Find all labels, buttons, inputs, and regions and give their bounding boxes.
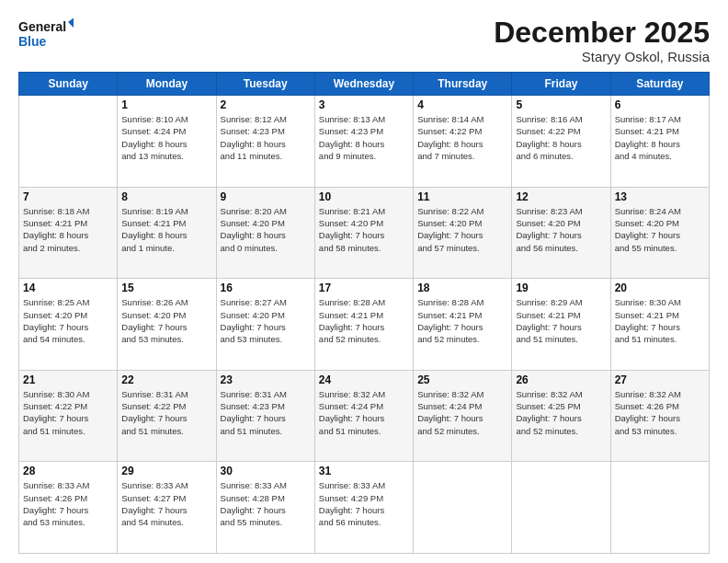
calendar-cell: 21Sunrise: 8:30 AM Sunset: 4:22 PM Dayli…: [19, 370, 118, 462]
day-info: Sunrise: 8:33 AM Sunset: 4:28 PM Dayligh…: [221, 479, 311, 528]
calendar-cell: 19Sunrise: 8:29 AM Sunset: 4:21 PM Dayli…: [512, 279, 610, 371]
calendar-cell: 23Sunrise: 8:31 AM Sunset: 4:23 PM Dayli…: [216, 370, 314, 462]
calendar-day-header: Friday: [512, 73, 610, 96]
calendar-cell: 27Sunrise: 8:32 AM Sunset: 4:26 PM Dayli…: [610, 370, 709, 462]
calendar-cell: 10Sunrise: 8:21 AM Sunset: 4:20 PM Dayli…: [314, 187, 413, 279]
day-number: 24: [319, 373, 409, 386]
calendar-cell: [512, 462, 610, 554]
calendar-cell: 9Sunrise: 8:20 AM Sunset: 4:20 PM Daylig…: [216, 187, 314, 279]
calendar-header-row: SundayMondayTuesdayWednesdayThursdayFrid…: [19, 73, 710, 96]
day-info: Sunrise: 8:32 AM Sunset: 4:24 PM Dayligh…: [417, 388, 507, 437]
svg-text:Blue: Blue: [18, 34, 47, 49]
calendar-day-header: Wednesday: [314, 73, 413, 96]
calendar-week-row: 1Sunrise: 8:10 AM Sunset: 4:24 PM Daylig…: [19, 96, 710, 188]
day-info: Sunrise: 8:33 AM Sunset: 4:26 PM Dayligh…: [23, 479, 113, 528]
calendar-cell: [610, 462, 709, 554]
day-number: 18: [417, 282, 507, 294]
day-number: 22: [121, 373, 211, 386]
day-info: Sunrise: 8:32 AM Sunset: 4:24 PM Dayligh…: [319, 388, 409, 437]
calendar-cell: 3Sunrise: 8:13 AM Sunset: 4:23 PM Daylig…: [314, 96, 413, 188]
logo: General Blue: [18, 17, 74, 52]
calendar-cell: 17Sunrise: 8:28 AM Sunset: 4:21 PM Dayli…: [314, 279, 413, 371]
day-number: 6: [615, 98, 705, 111]
day-info: Sunrise: 8:33 AM Sunset: 4:29 PM Dayligh…: [319, 479, 409, 528]
calendar-day-header: Monday: [118, 73, 216, 96]
day-number: 16: [221, 282, 311, 294]
day-number: 21: [23, 373, 113, 386]
calendar-day-header: Thursday: [414, 73, 512, 96]
day-number: 10: [319, 190, 409, 203]
day-number: 11: [417, 190, 507, 203]
day-number: 2: [221, 98, 311, 111]
calendar-cell: 6Sunrise: 8:17 AM Sunset: 4:21 PM Daylig…: [610, 96, 709, 188]
day-number: 3: [319, 98, 409, 111]
calendar-cell: 22Sunrise: 8:31 AM Sunset: 4:22 PM Dayli…: [118, 370, 216, 462]
day-number: 1: [121, 98, 211, 111]
day-number: 29: [121, 465, 211, 477]
day-info: Sunrise: 8:30 AM Sunset: 4:22 PM Dayligh…: [23, 388, 113, 437]
day-info: Sunrise: 8:32 AM Sunset: 4:25 PM Dayligh…: [516, 388, 606, 437]
calendar-cell: 24Sunrise: 8:32 AM Sunset: 4:24 PM Dayli…: [314, 370, 413, 462]
day-number: 13: [615, 190, 705, 203]
day-info: Sunrise: 8:19 AM Sunset: 4:21 PM Dayligh…: [121, 205, 211, 254]
calendar-cell: 28Sunrise: 8:33 AM Sunset: 4:26 PM Dayli…: [19, 462, 118, 554]
day-info: Sunrise: 8:31 AM Sunset: 4:22 PM Dayligh…: [121, 388, 211, 437]
calendar-cell: 25Sunrise: 8:32 AM Sunset: 4:24 PM Dayli…: [414, 370, 512, 462]
calendar-cell: 29Sunrise: 8:33 AM Sunset: 4:27 PM Dayli…: [118, 462, 216, 554]
day-info: Sunrise: 8:25 AM Sunset: 4:20 PM Dayligh…: [23, 296, 113, 345]
calendar-week-row: 7Sunrise: 8:18 AM Sunset: 4:21 PM Daylig…: [19, 187, 710, 279]
location: Staryy Oskol, Russia: [494, 49, 710, 64]
calendar-cell: 1Sunrise: 8:10 AM Sunset: 4:24 PM Daylig…: [118, 96, 216, 188]
day-info: Sunrise: 8:33 AM Sunset: 4:27 PM Dayligh…: [121, 479, 211, 528]
calendar-cell: 2Sunrise: 8:12 AM Sunset: 4:23 PM Daylig…: [216, 96, 314, 188]
calendar-cell: 26Sunrise: 8:32 AM Sunset: 4:25 PM Dayli…: [512, 370, 610, 462]
day-number: 19: [516, 282, 606, 294]
day-number: 26: [516, 373, 606, 386]
day-info: Sunrise: 8:14 AM Sunset: 4:22 PM Dayligh…: [417, 113, 507, 162]
svg-marker-2: [68, 17, 74, 29]
day-info: Sunrise: 8:10 AM Sunset: 4:24 PM Dayligh…: [121, 113, 211, 162]
day-number: 17: [319, 282, 409, 294]
calendar-cell: 7Sunrise: 8:18 AM Sunset: 4:21 PM Daylig…: [19, 187, 118, 279]
calendar-cell: 20Sunrise: 8:30 AM Sunset: 4:21 PM Dayli…: [610, 279, 709, 371]
svg-text:General: General: [18, 19, 66, 34]
day-info: Sunrise: 8:21 AM Sunset: 4:20 PM Dayligh…: [319, 205, 409, 254]
calendar-day-header: Sunday: [19, 73, 118, 96]
calendar-cell: 14Sunrise: 8:25 AM Sunset: 4:20 PM Dayli…: [19, 279, 118, 371]
calendar-cell: 15Sunrise: 8:26 AM Sunset: 4:20 PM Dayli…: [118, 279, 216, 371]
calendar-cell: 12Sunrise: 8:23 AM Sunset: 4:20 PM Dayli…: [512, 187, 610, 279]
day-number: 8: [121, 190, 211, 203]
month-title: December 2025: [494, 17, 710, 49]
day-info: Sunrise: 8:22 AM Sunset: 4:20 PM Dayligh…: [417, 205, 507, 254]
day-info: Sunrise: 8:24 AM Sunset: 4:20 PM Dayligh…: [615, 205, 705, 254]
calendar-cell: 18Sunrise: 8:28 AM Sunset: 4:21 PM Dayli…: [414, 279, 512, 371]
calendar-table: SundayMondayTuesdayWednesdayThursdayFrid…: [18, 72, 710, 554]
day-number: 5: [516, 98, 606, 111]
calendar-cell: [19, 96, 118, 188]
day-info: Sunrise: 8:12 AM Sunset: 4:23 PM Dayligh…: [221, 113, 311, 162]
day-info: Sunrise: 8:17 AM Sunset: 4:21 PM Dayligh…: [615, 113, 705, 162]
calendar-cell: 4Sunrise: 8:14 AM Sunset: 4:22 PM Daylig…: [414, 96, 512, 188]
calendar-week-row: 28Sunrise: 8:33 AM Sunset: 4:26 PM Dayli…: [19, 462, 710, 554]
day-number: 23: [221, 373, 311, 386]
day-number: 4: [417, 98, 507, 111]
day-info: Sunrise: 8:20 AM Sunset: 4:20 PM Dayligh…: [221, 205, 311, 254]
logo-svg: General Blue: [18, 17, 74, 52]
calendar-day-header: Tuesday: [216, 73, 314, 96]
calendar-cell: 5Sunrise: 8:16 AM Sunset: 4:22 PM Daylig…: [512, 96, 610, 188]
calendar-cell: 30Sunrise: 8:33 AM Sunset: 4:28 PM Dayli…: [216, 462, 314, 554]
day-number: 25: [417, 373, 507, 386]
day-number: 15: [121, 282, 211, 294]
day-number: 28: [23, 465, 113, 477]
day-info: Sunrise: 8:32 AM Sunset: 4:26 PM Dayligh…: [615, 388, 705, 437]
title-block: December 2025 Staryy Oskol, Russia: [494, 17, 710, 64]
day-number: 30: [221, 465, 311, 477]
day-number: 7: [23, 190, 113, 203]
day-info: Sunrise: 8:29 AM Sunset: 4:21 PM Dayligh…: [516, 296, 606, 345]
day-number: 9: [221, 190, 311, 203]
day-number: 20: [615, 282, 705, 294]
page: General Blue December 2025 Staryy Oskol,…: [0, 0, 728, 563]
day-info: Sunrise: 8:30 AM Sunset: 4:21 PM Dayligh…: [615, 296, 705, 345]
calendar-cell: 13Sunrise: 8:24 AM Sunset: 4:20 PM Dayli…: [610, 187, 709, 279]
calendar-day-header: Saturday: [610, 73, 709, 96]
